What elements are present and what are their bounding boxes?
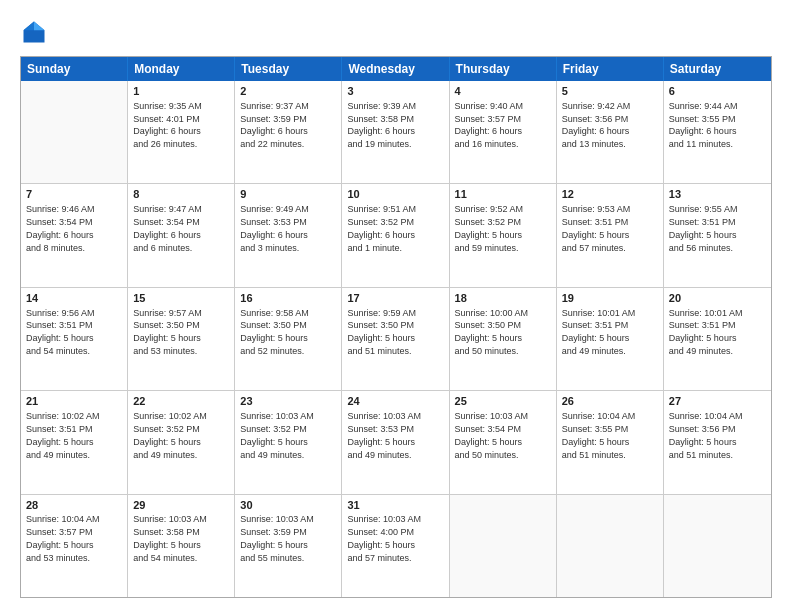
- day-number: 22: [133, 394, 229, 409]
- header-day-tuesday: Tuesday: [235, 57, 342, 81]
- day-number: 28: [26, 498, 122, 513]
- calendar-cell: 24Sunrise: 10:03 AM Sunset: 3:53 PM Dayl…: [342, 391, 449, 493]
- day-number: 10: [347, 187, 443, 202]
- day-content: Sunrise: 10:03 AM Sunset: 4:00 PM Daylig…: [347, 514, 421, 562]
- calendar-cell: 4Sunrise: 9:40 AM Sunset: 3:57 PM Daylig…: [450, 81, 557, 183]
- day-content: Sunrise: 9:53 AM Sunset: 3:51 PM Dayligh…: [562, 204, 631, 252]
- calendar-cell: 3Sunrise: 9:39 AM Sunset: 3:58 PM Daylig…: [342, 81, 449, 183]
- day-content: Sunrise: 10:03 AM Sunset: 3:58 PM Daylig…: [133, 514, 207, 562]
- calendar-header: SundayMondayTuesdayWednesdayThursdayFrid…: [21, 57, 771, 81]
- day-number: 5: [562, 84, 658, 99]
- day-content: Sunrise: 9:44 AM Sunset: 3:55 PM Dayligh…: [669, 101, 738, 149]
- day-content: Sunrise: 10:02 AM Sunset: 3:51 PM Daylig…: [26, 411, 100, 459]
- day-number: 25: [455, 394, 551, 409]
- day-content: Sunrise: 10:04 AM Sunset: 3:56 PM Daylig…: [669, 411, 743, 459]
- calendar-cell: 17Sunrise: 9:59 AM Sunset: 3:50 PM Dayli…: [342, 288, 449, 390]
- calendar-cell: 5Sunrise: 9:42 AM Sunset: 3:56 PM Daylig…: [557, 81, 664, 183]
- day-number: 27: [669, 394, 766, 409]
- day-number: 6: [669, 84, 766, 99]
- day-content: Sunrise: 10:02 AM Sunset: 3:52 PM Daylig…: [133, 411, 207, 459]
- header-day-friday: Friday: [557, 57, 664, 81]
- calendar-cell: 21Sunrise: 10:02 AM Sunset: 3:51 PM Dayl…: [21, 391, 128, 493]
- day-number: 2: [240, 84, 336, 99]
- day-number: 9: [240, 187, 336, 202]
- day-number: 30: [240, 498, 336, 513]
- calendar-cell: 14Sunrise: 9:56 AM Sunset: 3:51 PM Dayli…: [21, 288, 128, 390]
- day-number: 24: [347, 394, 443, 409]
- calendar-cell: 15Sunrise: 9:57 AM Sunset: 3:50 PM Dayli…: [128, 288, 235, 390]
- day-number: 26: [562, 394, 658, 409]
- logo: [20, 18, 52, 46]
- calendar-cell: 31Sunrise: 10:03 AM Sunset: 4:00 PM Dayl…: [342, 495, 449, 597]
- svg-marker-1: [34, 22, 45, 31]
- day-content: Sunrise: 9:57 AM Sunset: 3:50 PM Dayligh…: [133, 308, 202, 356]
- day-number: 11: [455, 187, 551, 202]
- calendar-cell: 22Sunrise: 10:02 AM Sunset: 3:52 PM Dayl…: [128, 391, 235, 493]
- header: [20, 18, 772, 46]
- svg-marker-2: [24, 22, 35, 31]
- calendar-cell: 10Sunrise: 9:51 AM Sunset: 3:52 PM Dayli…: [342, 184, 449, 286]
- day-number: 8: [133, 187, 229, 202]
- day-number: 18: [455, 291, 551, 306]
- calendar-cell: 6Sunrise: 9:44 AM Sunset: 3:55 PM Daylig…: [664, 81, 771, 183]
- day-number: 17: [347, 291, 443, 306]
- day-content: Sunrise: 9:46 AM Sunset: 3:54 PM Dayligh…: [26, 204, 95, 252]
- calendar-week-1: 1Sunrise: 9:35 AM Sunset: 4:01 PM Daylig…: [21, 81, 771, 184]
- calendar-cell: 13Sunrise: 9:55 AM Sunset: 3:51 PM Dayli…: [664, 184, 771, 286]
- calendar-cell: 28Sunrise: 10:04 AM Sunset: 3:57 PM Dayl…: [21, 495, 128, 597]
- day-content: Sunrise: 10:04 AM Sunset: 3:55 PM Daylig…: [562, 411, 636, 459]
- day-number: 15: [133, 291, 229, 306]
- calendar-cell: 20Sunrise: 10:01 AM Sunset: 3:51 PM Dayl…: [664, 288, 771, 390]
- day-number: 13: [669, 187, 766, 202]
- calendar-cell: 18Sunrise: 10:00 AM Sunset: 3:50 PM Dayl…: [450, 288, 557, 390]
- day-number: 23: [240, 394, 336, 409]
- calendar-cell: 16Sunrise: 9:58 AM Sunset: 3:50 PM Dayli…: [235, 288, 342, 390]
- day-content: Sunrise: 9:51 AM Sunset: 3:52 PM Dayligh…: [347, 204, 416, 252]
- calendar-cell: 2Sunrise: 9:37 AM Sunset: 3:59 PM Daylig…: [235, 81, 342, 183]
- day-content: Sunrise: 9:59 AM Sunset: 3:50 PM Dayligh…: [347, 308, 416, 356]
- day-content: Sunrise: 10:00 AM Sunset: 3:50 PM Daylig…: [455, 308, 529, 356]
- calendar-cell: 29Sunrise: 10:03 AM Sunset: 3:58 PM Dayl…: [128, 495, 235, 597]
- calendar-cell: 25Sunrise: 10:03 AM Sunset: 3:54 PM Dayl…: [450, 391, 557, 493]
- header-day-saturday: Saturday: [664, 57, 771, 81]
- day-content: Sunrise: 9:56 AM Sunset: 3:51 PM Dayligh…: [26, 308, 95, 356]
- header-day-monday: Monday: [128, 57, 235, 81]
- header-day-sunday: Sunday: [21, 57, 128, 81]
- day-content: Sunrise: 9:52 AM Sunset: 3:52 PM Dayligh…: [455, 204, 524, 252]
- day-content: Sunrise: 9:58 AM Sunset: 3:50 PM Dayligh…: [240, 308, 309, 356]
- calendar-cell: 19Sunrise: 10:01 AM Sunset: 3:51 PM Dayl…: [557, 288, 664, 390]
- day-content: Sunrise: 9:39 AM Sunset: 3:58 PM Dayligh…: [347, 101, 416, 149]
- day-content: Sunrise: 9:55 AM Sunset: 3:51 PM Dayligh…: [669, 204, 738, 252]
- day-number: 12: [562, 187, 658, 202]
- calendar-cell: 8Sunrise: 9:47 AM Sunset: 3:54 PM Daylig…: [128, 184, 235, 286]
- calendar-week-2: 7Sunrise: 9:46 AM Sunset: 3:54 PM Daylig…: [21, 184, 771, 287]
- day-content: Sunrise: 9:47 AM Sunset: 3:54 PM Dayligh…: [133, 204, 202, 252]
- day-number: 16: [240, 291, 336, 306]
- day-content: Sunrise: 9:35 AM Sunset: 4:01 PM Dayligh…: [133, 101, 202, 149]
- day-number: 7: [26, 187, 122, 202]
- day-content: Sunrise: 10:01 AM Sunset: 3:51 PM Daylig…: [669, 308, 743, 356]
- day-content: Sunrise: 9:37 AM Sunset: 3:59 PM Dayligh…: [240, 101, 309, 149]
- day-number: 4: [455, 84, 551, 99]
- day-content: Sunrise: 10:03 AM Sunset: 3:59 PM Daylig…: [240, 514, 314, 562]
- calendar-cell: [21, 81, 128, 183]
- day-content: Sunrise: 9:42 AM Sunset: 3:56 PM Dayligh…: [562, 101, 631, 149]
- day-content: Sunrise: 10:04 AM Sunset: 3:57 PM Daylig…: [26, 514, 100, 562]
- calendar-week-5: 28Sunrise: 10:04 AM Sunset: 3:57 PM Dayl…: [21, 495, 771, 597]
- calendar-cell: 1Sunrise: 9:35 AM Sunset: 4:01 PM Daylig…: [128, 81, 235, 183]
- calendar: SundayMondayTuesdayWednesdayThursdayFrid…: [20, 56, 772, 598]
- day-content: Sunrise: 9:49 AM Sunset: 3:53 PM Dayligh…: [240, 204, 309, 252]
- calendar-cell: [664, 495, 771, 597]
- header-day-thursday: Thursday: [450, 57, 557, 81]
- day-content: Sunrise: 10:03 AM Sunset: 3:52 PM Daylig…: [240, 411, 314, 459]
- header-day-wednesday: Wednesday: [342, 57, 449, 81]
- calendar-cell: 30Sunrise: 10:03 AM Sunset: 3:59 PM Dayl…: [235, 495, 342, 597]
- day-number: 20: [669, 291, 766, 306]
- day-number: 21: [26, 394, 122, 409]
- calendar-cell: 23Sunrise: 10:03 AM Sunset: 3:52 PM Dayl…: [235, 391, 342, 493]
- day-number: 29: [133, 498, 229, 513]
- day-number: 31: [347, 498, 443, 513]
- day-number: 1: [133, 84, 229, 99]
- calendar-cell: 26Sunrise: 10:04 AM Sunset: 3:55 PM Dayl…: [557, 391, 664, 493]
- calendar-cell: 27Sunrise: 10:04 AM Sunset: 3:56 PM Dayl…: [664, 391, 771, 493]
